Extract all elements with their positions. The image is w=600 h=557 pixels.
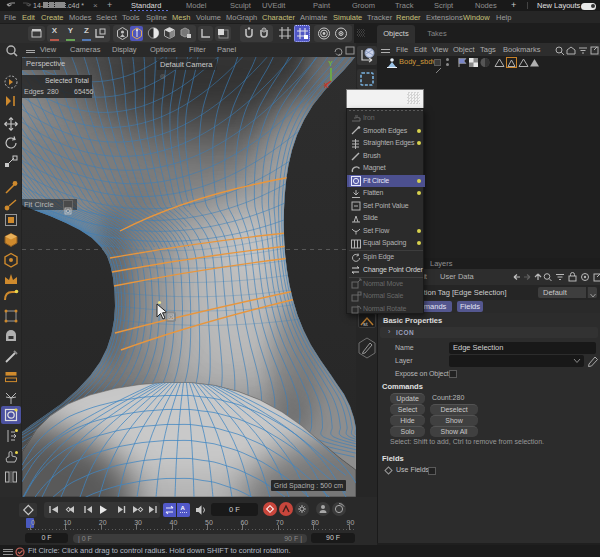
svg-text:X: X [324,82,329,89]
svg-text:A: A [180,505,185,511]
svg-text:st: st [363,321,368,327]
svg-text:Y: Y [328,60,333,67]
